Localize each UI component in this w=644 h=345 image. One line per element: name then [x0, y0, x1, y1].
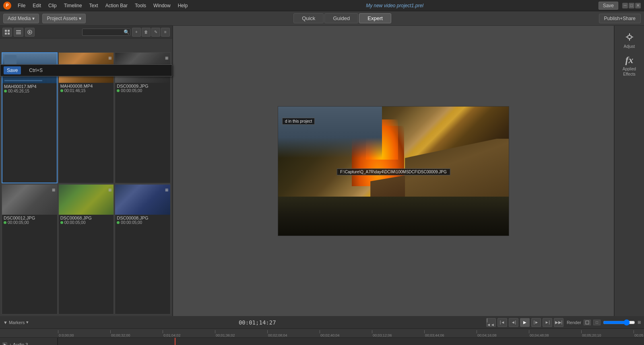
playhead-audio3	[175, 338, 175, 345]
add-action-button[interactable]: +	[132, 28, 141, 37]
save-tooltip-label: Save	[4, 66, 21, 74]
media-item-3[interactable]: ▦ DSC00012.JPG 00:00:05;00	[2, 184, 58, 314]
media-info-3: DSC00012.JPG 00:00:05;00	[2, 215, 57, 226]
markers-chevron-icon: ▼	[3, 320, 8, 325]
render-settings-button[interactable]: □	[593, 320, 601, 325]
media-panel: 🔍 + 🗑 ✎ ≡ Save Ctrl+S MAH00017.MP	[0, 26, 173, 316]
track-expand-audio3[interactable]: ▶	[2, 342, 7, 345]
media-name-3: DSC00012.JPG	[4, 216, 56, 220]
tab-guided[interactable]: Guided	[324, 13, 358, 23]
maximize-button[interactable]: □	[629, 3, 634, 8]
svg-rect-2	[5, 33, 7, 35]
markers-label: Markers	[9, 320, 25, 325]
menu-window[interactable]: Window	[150, 2, 174, 10]
ruler-mark-0: 0:0;00;00	[58, 330, 110, 337]
ruler-marks: 0:0;00;00 00;00;32;00 0;01;04;02 00;01;3…	[58, 329, 644, 337]
action-buttons: + 🗑 ✎ ≡	[132, 28, 170, 37]
grid-view-button[interactable]	[2, 28, 12, 37]
zoom-slider[interactable]	[603, 319, 635, 326]
applied-effects-button[interactable]: fx AppliedEffects	[617, 51, 642, 80]
markers-button[interactable]: ▼ Markers ▾	[3, 320, 29, 325]
audio-view-button[interactable]	[25, 28, 35, 37]
adjust-button[interactable]: Adjust	[617, 30, 642, 51]
step-back-button[interactable]: ◄|	[509, 318, 518, 327]
media-name-4: DSC00068.JPG	[60, 216, 112, 220]
media-item-4[interactable]: ▦ DSC00068.JPG 00:00:05;00	[58, 184, 114, 314]
go-to-next-edit-button[interactable]: ►|	[543, 318, 552, 327]
media-thumb-5: ▦	[115, 185, 170, 215]
tab-quick[interactable]: Quick	[293, 13, 324, 23]
close-button[interactable]: ✕	[635, 3, 641, 8]
svg-rect-5	[16, 32, 21, 33]
go-to-out-point-button[interactable]: ▶▶|	[554, 318, 564, 327]
timeline-tracks: ▶ ♪ Audio 3 ▶ Video 2 DSC DSC DSC ▶ ♪	[0, 338, 644, 345]
menu-tools[interactable]: Tools	[132, 2, 149, 10]
menu-action-button[interactable]: ≡	[161, 28, 170, 37]
menu-timeline[interactable]: Timeline	[61, 2, 85, 10]
search-box: 🔍	[82, 29, 130, 36]
zoom-expand-button[interactable]: ⊞	[638, 320, 641, 324]
status-dot-5	[117, 221, 120, 224]
step-forward-button[interactable]: |►	[531, 318, 541, 327]
menu-bar: P File Edit Clip Timeline Text Action Ba…	[0, 0, 644, 11]
save-tooltip: Save Ctrl+S	[0, 64, 172, 76]
edit-action-button[interactable]: ✎	[151, 28, 160, 37]
track-header-audio3: ▶ ♪ Audio 3	[0, 338, 58, 345]
adjust-label: Adjust	[624, 44, 635, 49]
media-duration-1: 00:01:46;15	[60, 88, 112, 93]
ruler-mark-4: 00;02;08;04	[267, 330, 320, 337]
menu-text[interactable]: Text	[86, 2, 101, 10]
search-button[interactable]: 🔍	[124, 29, 130, 35]
menu-file[interactable]: File	[14, 2, 29, 10]
media-info-1: MAH00008.MP4 00:01:46;15	[59, 83, 114, 94]
list-view-button[interactable]	[14, 28, 23, 37]
publish-share-button[interactable]: Publish+Share	[599, 14, 641, 23]
ruler-mark-1: 00;00;32;00	[110, 330, 163, 337]
ruler-mark-5: 00;02;40;04	[320, 330, 372, 337]
ruler-mark-9: 00;04;48;08	[529, 330, 581, 337]
add-media-button[interactable]: Add Media ▾	[3, 14, 39, 23]
delete-action-button[interactable]: 🗑	[142, 28, 151, 37]
search-input[interactable]	[82, 29, 130, 36]
track-content-audio3[interactable]	[58, 338, 644, 345]
tab-expert[interactable]: Expert	[359, 13, 391, 23]
svg-rect-3	[8, 33, 10, 35]
status-dot-2	[117, 89, 120, 92]
add-media-label: Add Media	[8, 16, 31, 21]
ruler-mark-10: 00;05;20;10	[581, 330, 634, 337]
play-pause-button[interactable]: ▶	[520, 318, 530, 327]
menu-edit[interactable]: Edit	[29, 2, 44, 10]
media-grid: MAH00017.MP4 00:45:26;15 ▦ MAH00008.MP4	[0, 51, 172, 316]
minimize-button[interactable]: ─	[622, 3, 628, 8]
media-duration-0: 00:45:26;15	[4, 89, 55, 93]
menu-help[interactable]: Help	[175, 2, 191, 10]
media-name-5: DSC00008.JPG	[117, 216, 169, 220]
playback-controls: |◄◄ |◄ ◄| ▶ |► ►| ▶▶|	[486, 318, 564, 327]
project-assets-button[interactable]: Project Assets ▾	[42, 14, 86, 23]
media-name-1: MAH00008.MP4	[60, 84, 112, 88]
save-button[interactable]: Save	[599, 2, 618, 10]
status-dot-1	[60, 89, 63, 92]
adjust-icon	[625, 33, 634, 43]
ruler-mark-8: 00;04;16;08	[477, 330, 529, 337]
ruler-mark-3: 00;01;36;02	[215, 330, 267, 337]
go-to-in-point-button[interactable]: |◄◄	[486, 318, 496, 327]
video-preview: d in this project F:\Capture\Q_A7R\day4\…	[278, 106, 509, 236]
media-duration-2: 00:00:05;00	[117, 88, 169, 93]
menu-actionbar[interactable]: Action Bar	[102, 2, 131, 10]
go-to-previous-edit-button[interactable]: |◄	[497, 318, 507, 327]
media-item-5[interactable]: ▦ DSC00008.JPG 00:00:05;00	[115, 184, 171, 314]
ruler-mark-6: 00;03;12;06	[372, 330, 424, 337]
svg-marker-8	[29, 31, 31, 33]
menu-clip[interactable]: Clip	[45, 2, 60, 10]
render-mode-button[interactable]	[584, 320, 591, 325]
timeline-ruler: 0:0;00;00 00;00;32;00 0;01;04;02 00;01;3…	[0, 329, 644, 338]
media-thumb-3: ▦	[2, 185, 57, 215]
window-title: My new video project1.prel	[192, 3, 597, 8]
media-toolbar: 🔍 + 🗑 ✎ ≡	[0, 26, 172, 39]
preview-tooltip: d in this project	[282, 118, 315, 125]
track-name-audio3: Audio 3	[13, 342, 55, 345]
add-media-chevron-icon: ▾	[32, 16, 35, 21]
filepath-overlay: F:\Capture\Q_A7R\day4\DCIM\100MSDCF\DSC0…	[336, 168, 450, 175]
media-info-4: DSC00068.JPG 00:00:05;00	[59, 215, 114, 226]
